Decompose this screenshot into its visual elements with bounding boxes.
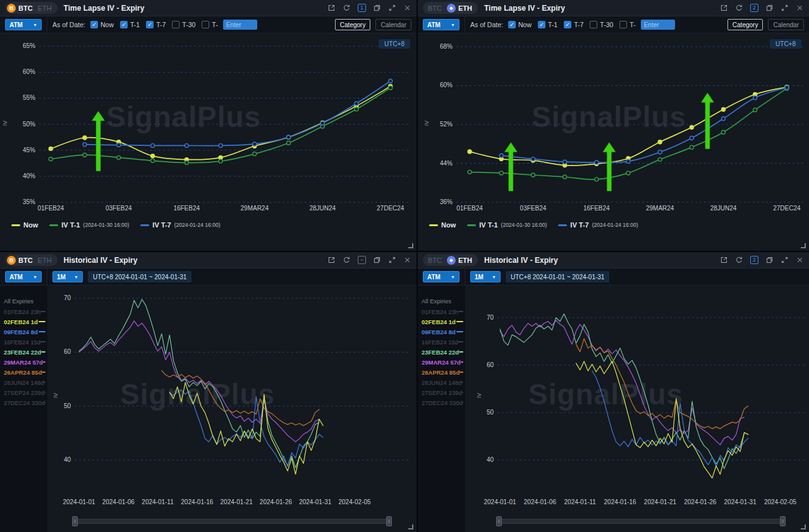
slider-track[interactable] — [499, 519, 783, 524]
checkbox-t-7[interactable]: ✓T-7 — [146, 21, 166, 28]
slider-track[interactable] — [75, 519, 389, 524]
open-new-window-icon[interactable] — [720, 4, 728, 12]
coin-eth[interactable]: ◆ETH — [447, 256, 472, 265]
expiry-item[interactable]: 23FEB24 22d — [0, 347, 47, 357]
structure-select[interactable]: ATM▼ — [5, 271, 42, 282]
expiry-item[interactable]: 26APR24 85d — [418, 367, 465, 377]
checkbox-t-1[interactable]: ✓T-1 — [538, 21, 557, 28]
unchecked-icon[interactable] — [590, 21, 597, 28]
date-range-badge[interactable]: UTC+8 2024-01-01 ~ 2024-01-31 — [88, 271, 192, 282]
expiry-item[interactable]: 28JUN24 148d — [418, 377, 465, 387]
coin-eth[interactable]: ETH — [38, 4, 52, 12]
date-range-badge[interactable]: UTC+8 2024-01-01 ~ 2024-01-31 — [506, 271, 609, 282]
checked-icon[interactable]: ✓ — [146, 21, 154, 28]
checkbox-t-7[interactable]: ✓T-7 — [564, 21, 583, 28]
checked-icon[interactable]: ✓ — [508, 21, 516, 28]
close-icon[interactable] — [403, 4, 411, 12]
duplicate-icon[interactable] — [765, 256, 774, 264]
open-new-window-icon[interactable] — [327, 4, 336, 12]
resize-handle[interactable] — [801, 524, 806, 529]
duplicate-icon[interactable] — [373, 256, 381, 264]
expiry-item[interactable]: 27SEP24 239d — [418, 387, 465, 397]
refresh-icon[interactable] — [735, 4, 743, 12]
period-select[interactable]: 1M▼ — [52, 271, 83, 282]
coin-btc[interactable]: BBTC — [7, 4, 33, 13]
maximize-icon[interactable] — [781, 4, 789, 12]
coin-eth[interactable]: ◆ETH — [447, 4, 472, 13]
checkbox-t-[interactable]: T- — [619, 21, 635, 28]
close-icon[interactable] — [796, 256, 804, 264]
coin-eth[interactable]: ETH — [38, 257, 52, 264]
expiry-item[interactable]: 28JUN24 148d — [0, 377, 47, 387]
resize-handle[interactable] — [408, 524, 413, 529]
expiry-item[interactable]: 01FEB24 23h — [0, 306, 47, 317]
duplicate-icon[interactable] — [373, 4, 381, 12]
expiry-item[interactable]: 09FEB24 8d — [418, 327, 465, 337]
t-custom-input[interactable] — [223, 20, 257, 30]
expiry-item[interactable]: 29MAR24 57d — [0, 357, 47, 367]
time-range-slider[interactable] — [75, 516, 389, 526]
expiry-item[interactable]: 27SEP24 239d — [0, 387, 47, 397]
maximize-icon[interactable] — [388, 256, 396, 264]
legend-item[interactable]: IV T-7(2024-01-24 16:00) — [558, 221, 638, 229]
maximize-icon[interactable] — [388, 4, 396, 12]
slider-handle-right[interactable] — [780, 516, 786, 526]
open-new-window-icon[interactable] — [327, 256, 336, 264]
category-button[interactable]: Category — [335, 19, 371, 30]
duplicate-icon[interactable] — [765, 4, 774, 12]
expiry-item[interactable]: 02FEB24 1d — [0, 317, 47, 327]
expiry-item[interactable]: 01FEB24 23h — [418, 306, 465, 317]
expiry-item[interactable]: 29MAR24 57d — [418, 357, 465, 367]
expiry-item[interactable]: 16FEB24 15d — [0, 337, 47, 347]
expiry-item[interactable]: 02FEB24 1d — [418, 317, 465, 327]
close-icon[interactable] — [403, 256, 411, 264]
legend-item[interactable]: Now — [11, 221, 38, 229]
group-icon[interactable]: – — [358, 256, 366, 264]
checkbox-t-[interactable]: T- — [202, 21, 217, 28]
unchecked-icon[interactable] — [172, 21, 179, 28]
checked-icon[interactable]: ✓ — [120, 21, 128, 28]
resize-handle[interactable] — [408, 243, 413, 248]
slider-handle-left[interactable] — [496, 516, 502, 526]
time-range-slider[interactable] — [499, 516, 783, 526]
coin-btc[interactable]: BTC — [425, 4, 442, 12]
checkbox-t-30[interactable]: T-30 — [172, 21, 195, 28]
expiry-item[interactable]: 23FEB24 22d — [418, 347, 465, 357]
category-button[interactable]: Category — [727, 19, 763, 30]
expiry-item[interactable]: 09FEB24 8d — [0, 327, 47, 337]
checked-icon[interactable]: ✓ — [564, 21, 571, 28]
checkbox-now[interactable]: ✓Now — [90, 21, 114, 28]
unchecked-icon[interactable] — [619, 21, 627, 28]
structure-select[interactable]: ATM▼ — [423, 19, 459, 30]
window-number-badge[interactable]: 1 — [358, 4, 366, 12]
legend-item[interactable]: IV T-1(2024-01-30 16:00) — [467, 221, 547, 229]
structure-select[interactable]: ATM▼ — [5, 19, 42, 30]
expiry-item[interactable]: 26APR24 85d — [0, 367, 47, 377]
coin-btc[interactable]: BBTC — [7, 256, 33, 265]
slider-handle-left[interactable] — [72, 516, 78, 526]
expiry-item[interactable]: 16FEB24 15d — [418, 337, 465, 347]
close-icon[interactable] — [796, 4, 804, 12]
expiry-item[interactable]: 27DEC24 330d — [418, 397, 465, 408]
refresh-icon[interactable] — [343, 4, 351, 12]
calendar-button[interactable]: Calendar — [768, 19, 804, 30]
expiry-item[interactable]: 27DEC24 330d — [0, 397, 47, 408]
checked-icon[interactable]: ✓ — [90, 21, 98, 28]
refresh-icon[interactable] — [735, 256, 743, 264]
open-new-window-icon[interactable] — [720, 256, 728, 264]
structure-select[interactable]: ATM▼ — [423, 271, 459, 282]
refresh-icon[interactable] — [343, 256, 351, 264]
checked-icon[interactable]: ✓ — [538, 21, 545, 28]
maximize-icon[interactable] — [781, 256, 789, 264]
slider-handle-right[interactable] — [386, 516, 392, 526]
coin-toggle[interactable]: BBTC ETH — [5, 2, 58, 14]
calendar-button[interactable]: Calendar — [375, 19, 411, 30]
coin-toggle[interactable]: BTC ◆ETH — [423, 2, 478, 14]
t-custom-input[interactable] — [641, 20, 675, 30]
coin-toggle[interactable]: BTC ◆ETH — [423, 254, 478, 266]
window-number-badge[interactable]: 2 — [750, 4, 758, 12]
coin-btc[interactable]: BTC — [425, 257, 442, 264]
legend-item[interactable]: Now — [429, 221, 456, 229]
period-select[interactable]: 1M▼ — [470, 271, 501, 282]
window-number-badge[interactable]: 2 — [750, 256, 758, 264]
